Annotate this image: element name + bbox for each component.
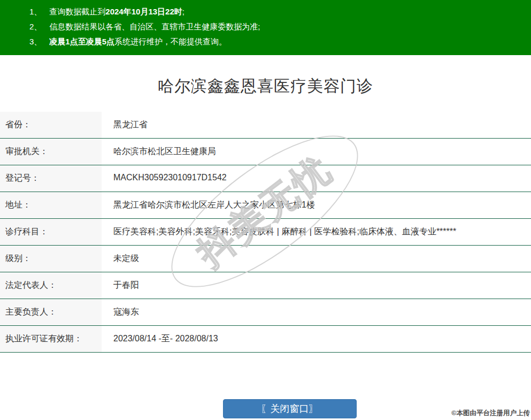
field-label: 审批机关：	[0, 139, 102, 165]
clinic-info-table: 省份： 黑龙江省 审批机关： 哈尔滨市松北区卫生健康局 登记号： MACKH30…	[0, 112, 531, 353]
notice-number: 3、	[29, 37, 42, 46]
notice-line-1: 1、查询数据截止到2024年10月13日22时;	[29, 4, 526, 19]
field-label: 主要负责人：	[0, 299, 102, 325]
field-row-registration-number: 登记号： MACKH305923010917D1542	[0, 165, 531, 192]
field-label: 省份：	[0, 112, 102, 138]
field-value: 哈尔滨市松北区卫生健康局	[102, 139, 531, 165]
field-value: 寇海东	[102, 299, 531, 325]
field-label: 登记号：	[0, 165, 102, 192]
notice-number: 1、	[29, 7, 42, 16]
notice-text-bold: 2024年10月13日22时	[105, 7, 182, 16]
field-label: 执业许可证有效期：	[0, 326, 102, 352]
notice-banner: 1、查询数据截止到2024年10月13日22时; 2、信息数据结果以各省、自治区…	[0, 0, 531, 55]
field-row-principal: 主要负责人： 寇海东	[0, 299, 531, 326]
page-title: 哈尔滨鑫鑫恩喜医疗美容门诊	[0, 75, 531, 97]
field-row-level: 级别： 未定级	[0, 246, 531, 272]
field-label: 法定代表人：	[0, 272, 102, 299]
corner-watermark: ©本图由平台注册用户上传	[451, 409, 530, 418]
field-value: 医疗美容科;美容外科;美容牙科;美容皮肤科 | 麻醉科 | 医学检验科;临床体液…	[102, 219, 531, 245]
field-label: 地址：	[0, 192, 102, 218]
notice-text: 信息数据结果以各省、自治区、直辖市卫生健康委数据为准;	[49, 22, 260, 31]
field-value: 于春阳	[102, 272, 531, 299]
field-row-approval-authority: 审批机关： 哈尔滨市松北区卫生健康局	[0, 139, 531, 165]
field-value: 黑龙江省	[102, 112, 531, 138]
notice-text-bold: 凌晨1点至凌晨5点	[49, 37, 114, 46]
field-row-license-validity: 执业许可证有效期： 2023/08/14 -至- 2028/08/13	[0, 326, 531, 353]
field-row-province: 省份： 黑龙江省	[0, 112, 531, 139]
field-row-medical-subjects: 诊疗科目： 医疗美容科;美容外科;美容牙科;美容皮肤科 | 麻醉科 | 医学检验…	[0, 219, 531, 246]
notice-text: 查询数据截止到	[49, 7, 105, 16]
notice-text: ;	[182, 7, 184, 16]
close-window-button[interactable]: 〖关闭窗口〗	[223, 399, 357, 418]
field-label: 级别：	[0, 246, 102, 272]
notice-line-2: 2、信息数据结果以各省、自治区、直辖市卫生健康委数据为准;	[29, 19, 526, 34]
field-row-legal-representative: 法定代表人： 于春阳	[0, 272, 531, 299]
field-value: 黑龙江省哈尔滨市松北区左岸人大之家小区第七栋1楼	[102, 192, 531, 218]
notice-line-3: 3、凌晨1点至凌晨5点系统进行维护，不能提供查询。	[29, 34, 526, 49]
field-row-address: 地址： 黑龙江省哈尔滨市松北区左岸人大之家小区第七栋1楼	[0, 192, 531, 219]
field-value: MACKH305923010917D1542	[102, 165, 531, 192]
field-label: 诊疗科目：	[0, 219, 102, 245]
notice-text: 系统进行维护，不能提供查询。	[114, 37, 227, 46]
field-value: 未定级	[102, 246, 531, 272]
notice-number: 2、	[29, 22, 42, 31]
field-value: 2023/08/14 -至- 2028/08/13	[102, 326, 531, 352]
